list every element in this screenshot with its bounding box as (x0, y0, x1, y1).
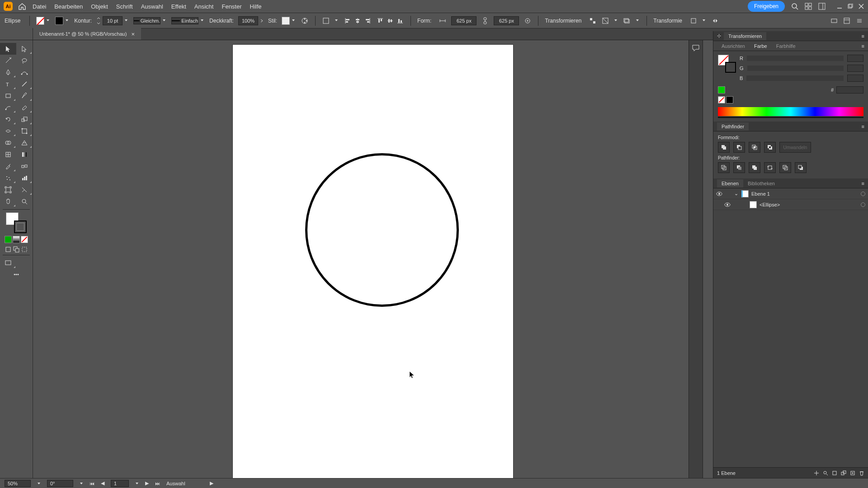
target-icon[interactable] (861, 202, 865, 207)
ellipse-shape[interactable] (305, 153, 459, 307)
gradient-tool[interactable] (16, 149, 33, 160)
screen-mode-icon[interactable] (0, 257, 16, 269)
color-spectrum[interactable] (718, 107, 863, 116)
panel-menu-icon[interactable]: ≡ (862, 43, 864, 49)
pref-icon[interactable] (322, 17, 330, 25)
free-transform-tool[interactable] (16, 125, 33, 137)
scale-tool[interactable] (16, 113, 33, 125)
status-play-icon[interactable]: ▶ (210, 480, 213, 486)
layer-item-row[interactable]: <Ellipse> (713, 199, 868, 210)
rotate-dropdown[interactable]: 0° (47, 480, 73, 487)
artboard-tool[interactable] (0, 184, 16, 196)
tab-bibliotheken[interactable]: Bibliotheken (743, 179, 779, 188)
draw-inside-icon[interactable] (21, 246, 28, 253)
width-tool[interactable] (0, 125, 16, 137)
graph-tool[interactable] (16, 172, 33, 184)
swap-to-green-icon[interactable] (718, 86, 725, 94)
arrange-icon2[interactable] (623, 17, 631, 25)
home-icon[interactable] (18, 3, 26, 10)
window-maximize-icon[interactable] (847, 3, 854, 9)
artboard-prev-icon[interactable]: ◀ (101, 480, 104, 486)
stroke-variable-dropdown[interactable]: Gleichm. (133, 17, 167, 24)
menu-hilfe[interactable]: Hilfe (250, 3, 262, 10)
shape-height-input[interactable] (494, 16, 519, 25)
menu-ansicht[interactable]: Ansicht (194, 3, 214, 10)
color-fill-stroke[interactable] (718, 55, 736, 73)
align-hcenter-icon[interactable] (354, 17, 362, 25)
symbol-sprayer-tool[interactable] (0, 172, 16, 184)
visibility-icon[interactable] (724, 202, 731, 208)
draw-normal-icon[interactable] (5, 246, 12, 253)
selection-tool[interactable] (0, 43, 16, 55)
b-value[interactable] (847, 75, 863, 82)
search-icon[interactable] (791, 3, 798, 10)
canvas-area[interactable] (33, 40, 713, 478)
gradient-mode-icon[interactable] (13, 236, 20, 243)
panel-menu-icon[interactable]: ≡ (862, 33, 864, 39)
pen-tool[interactable] (0, 66, 16, 78)
tab-farbe[interactable]: Farbe (750, 42, 772, 50)
g-value[interactable] (847, 65, 863, 72)
paintbrush-tool[interactable] (16, 90, 33, 102)
rectangle-tool[interactable] (0, 90, 16, 102)
perspective-tool[interactable] (16, 137, 33, 149)
layer-new-icon[interactable] (850, 470, 855, 476)
artboard-first-icon[interactable]: ⏮ (90, 481, 94, 486)
prefs-icon[interactable] (843, 17, 851, 25)
eyedropper-tool[interactable] (0, 160, 16, 172)
recolor-icon[interactable] (301, 17, 309, 25)
stroke-weight-input[interactable] (103, 16, 123, 25)
blend-tool[interactable] (16, 160, 33, 172)
align-top-icon[interactable] (376, 17, 384, 25)
constrain-icon[interactable] (689, 17, 698, 25)
draw-behind-icon[interactable] (13, 246, 20, 253)
tab-ebenen[interactable]: Ebenen (717, 179, 743, 188)
minus-front-icon[interactable] (733, 142, 745, 153)
share-button[interactable]: Freigeben (748, 1, 785, 12)
align-bottom-icon[interactable] (396, 17, 404, 25)
minus-back-icon[interactable] (795, 162, 807, 173)
hand-tool[interactable] (0, 196, 16, 207)
panel-transform-tab[interactable]: Transformieren (724, 32, 766, 40)
menu-datei[interactable]: Datei (33, 3, 46, 10)
exclude-icon[interactable] (764, 142, 776, 153)
reference-point-icon[interactable]: ⊹ (717, 33, 721, 39)
shape-more-icon[interactable] (524, 17, 532, 25)
trim-icon[interactable] (733, 162, 745, 173)
item-name[interactable]: <Ellipse> (760, 202, 780, 207)
stroke-swatch[interactable] (55, 17, 70, 25)
fill-stroke-control[interactable] (6, 212, 27, 233)
align-to-icon[interactable] (589, 17, 597, 25)
magic-wand-tool[interactable] (0, 55, 16, 66)
tab-farbhilfe[interactable]: Farbhilfe (772, 42, 800, 50)
align-vcenter-icon[interactable] (386, 17, 394, 25)
opacity-more-icon[interactable] (260, 19, 264, 23)
menu-schrift[interactable]: Schrift (116, 3, 133, 10)
outline-icon[interactable] (779, 162, 791, 173)
layer-delete-icon[interactable] (859, 470, 864, 476)
none-mode-icon[interactable] (21, 236, 28, 243)
expand-icon[interactable]: ⌄ (734, 191, 739, 197)
panel-menu-icon[interactable]: ≡ (862, 181, 864, 186)
unite-icon[interactable] (718, 142, 730, 153)
panel-menu-icon[interactable]: ≡ (862, 124, 864, 129)
zoom-tool[interactable] (16, 196, 33, 207)
opacity-input[interactable] (238, 16, 258, 25)
artboard-nav[interactable]: 1 (111, 480, 129, 487)
curvature-tool[interactable] (16, 66, 33, 78)
slice-tool[interactable] (16, 184, 33, 196)
document-tab[interactable]: Unbenannt-1* @ 50 % (RGB/Vorschau) × (33, 28, 141, 40)
merge-icon[interactable] (749, 162, 760, 173)
align-left-icon[interactable] (344, 17, 352, 25)
layer-clip-icon[interactable] (832, 470, 837, 476)
visibility-icon[interactable] (716, 191, 722, 197)
menu-objekt[interactable]: Objekt (91, 3, 108, 10)
shaper-tool[interactable] (0, 102, 16, 113)
layer-name[interactable]: Ebene 1 (751, 191, 770, 197)
r-value[interactable] (847, 55, 863, 62)
type-tool[interactable]: T (0, 78, 16, 90)
comments-icon[interactable] (692, 44, 700, 52)
layer-row[interactable]: ⌄ Ebene 1 (713, 188, 868, 199)
artboard-next-icon[interactable]: ▶ (145, 480, 149, 486)
isolate-icon[interactable] (601, 17, 609, 25)
